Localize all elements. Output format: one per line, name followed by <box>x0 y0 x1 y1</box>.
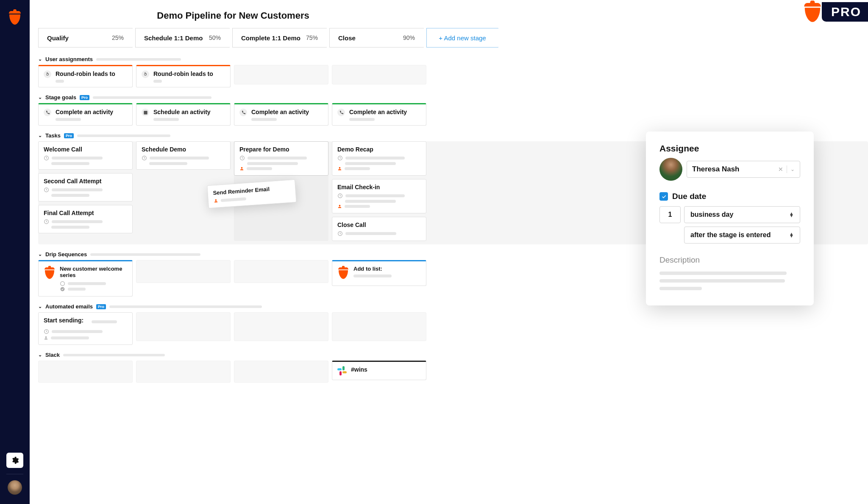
due-relative-value: after the stage is entered <box>690 231 771 239</box>
empty-slot[interactable] <box>136 361 231 383</box>
section-title: Slack <box>45 352 60 358</box>
empty-slot[interactable] <box>234 312 328 341</box>
section-stage-goals: ⌄ Stage goals Pro Complete an activity <box>38 93 868 126</box>
person-icon <box>239 166 244 171</box>
drip-card[interactable]: New customer welcome series <box>38 260 133 297</box>
empty-slot[interactable] <box>234 65 328 84</box>
stage-name: Qualify <box>47 34 69 42</box>
section-title: Tasks <box>45 132 61 139</box>
assignee-select[interactable]: Theresa Nash ✕ ⌄ <box>687 161 800 178</box>
task-card[interactable]: Email Check-in <box>332 179 426 213</box>
sort-icon: ▲▼ <box>789 213 794 217</box>
description-label: Description <box>659 255 800 265</box>
empty-slot[interactable] <box>332 65 426 84</box>
slack-channel: #wins <box>351 366 421 373</box>
card-title: Prepare for Demo <box>239 146 323 153</box>
stage-qualify[interactable]: Qualify 25% <box>38 28 133 48</box>
section-automated-emails: ⌄ Automated emails Pro Start sending: <box>38 302 868 345</box>
clock-icon <box>239 155 245 161</box>
task-card[interactable]: Prepare for Demo <box>234 141 328 176</box>
stage-name: Close <box>338 34 356 42</box>
empty-slot[interactable] <box>234 260 328 283</box>
task-card[interactable]: Second Call Attempt <box>38 173 133 202</box>
acorn-icon <box>337 266 349 281</box>
stage-close[interactable]: Close 90% <box>329 28 424 48</box>
drip-card[interactable]: Add to list: <box>332 260 426 286</box>
clock-icon <box>44 219 49 224</box>
empty-slot[interactable] <box>332 312 426 341</box>
chevron-down-icon[interactable]: ⌄ <box>790 166 795 172</box>
person-icon <box>337 204 342 209</box>
section-header[interactable]: ⌄ Slack <box>38 351 868 361</box>
card-title: Round-robin leads to <box>153 70 225 77</box>
goal-card[interactable]: Schedule an activity <box>136 103 231 126</box>
stage-complete-demo[interactable]: Complete 1:1 Demo 75% <box>232 28 327 48</box>
task-card[interactable]: Final Call Attempt <box>38 205 133 233</box>
assignee-name: Theresa Nash <box>692 165 740 174</box>
due-unit-select[interactable]: business day ▲▼ <box>684 206 800 223</box>
assignment-card[interactable]: Round-robin leads to <box>136 65 231 87</box>
empty-slot[interactable] <box>136 260 231 283</box>
due-number-input[interactable]: 1 <box>659 206 681 223</box>
settings-button[interactable] <box>6 453 23 468</box>
pipeline-stages: Qualify 25% Schedule 1:1 Demo 50% Comple… <box>38 28 868 48</box>
empty-slot[interactable] <box>136 312 231 341</box>
due-relative-select[interactable]: after the stage is entered ▲▼ <box>684 227 800 244</box>
goal-card[interactable]: Complete an activity <box>332 103 426 126</box>
goal-card[interactable]: Complete an activity <box>38 103 133 126</box>
add-stage-label: + Add new stage <box>439 34 486 42</box>
section-header[interactable]: ⌄ User assignments <box>38 55 868 65</box>
section-slack: ⌄ Slack #wins <box>38 351 868 383</box>
app-logo[interactable] <box>8 8 22 26</box>
phone-icon <box>337 109 345 116</box>
card-title: Round-robin leads to <box>56 70 127 77</box>
task-card[interactable]: Demo Recap <box>332 141 426 176</box>
automated-email-card[interactable]: Start sending: <box>38 312 133 345</box>
stage-percent: 25% <box>112 34 124 41</box>
clear-icon[interactable]: ✕ <box>778 166 783 173</box>
card-title: Demo Recap <box>337 146 421 153</box>
phone-icon <box>239 109 247 116</box>
card-title: Add to list: <box>353 266 421 272</box>
card-title: Schedule Demo <box>142 146 225 153</box>
stage-name: Complete 1:1 Demo <box>241 34 300 42</box>
card-title: Second Call Attempt <box>44 178 127 185</box>
card-title: Complete an activity <box>56 109 127 115</box>
section-title: Automated emails <box>45 303 93 310</box>
sort-icon: ▲▼ <box>789 233 794 237</box>
card-title: New customer welcome series <box>60 266 127 278</box>
stage-name: Schedule 1:1 Demo <box>144 34 203 42</box>
stage-percent: 75% <box>306 34 318 41</box>
stage-schedule-demo[interactable]: Schedule 1:1 Demo 50% <box>135 28 230 48</box>
section-header[interactable]: ⌄ Stage goals Pro <box>38 93 868 103</box>
due-date-checkbox[interactable] <box>659 192 668 201</box>
person-icon <box>44 336 48 340</box>
check-icon <box>60 286 65 292</box>
sidebar-divider <box>6 474 23 474</box>
description-placeholder[interactable] <box>659 272 800 290</box>
assignee-heading: Assignee <box>659 143 800 154</box>
goal-card[interactable]: Complete an activity <box>234 103 328 126</box>
person-icon <box>214 199 219 204</box>
task-card[interactable]: Schedule Demo <box>136 141 231 170</box>
card-title: Start sending: <box>44 317 83 324</box>
due-unit-value: business day <box>690 211 733 218</box>
pro-label: PRO <box>822 2 868 22</box>
task-card[interactable]: Close Call <box>332 217 426 241</box>
divider <box>787 165 787 173</box>
clock-icon <box>142 155 147 161</box>
section-title: User assignments <box>45 56 93 62</box>
add-stage-button[interactable]: + Add new stage <box>426 28 498 48</box>
pro-tag: Pro <box>96 304 106 309</box>
main-content: PRO Demo Pipeline for New Customers Qual… <box>30 0 868 504</box>
empty-slot[interactable] <box>38 361 133 383</box>
empty-slot[interactable] <box>234 361 328 383</box>
task-card[interactable]: Welcome Call <box>38 141 133 170</box>
assignee-avatar <box>659 158 682 181</box>
slack-card[interactable]: #wins <box>332 361 426 380</box>
assignment-card[interactable]: Round-robin leads to <box>38 65 133 87</box>
calendar-icon <box>142 109 149 116</box>
card-title: Complete an activity <box>251 109 323 115</box>
user-avatar[interactable] <box>8 480 22 495</box>
card-title: Schedule an activity <box>153 109 225 115</box>
